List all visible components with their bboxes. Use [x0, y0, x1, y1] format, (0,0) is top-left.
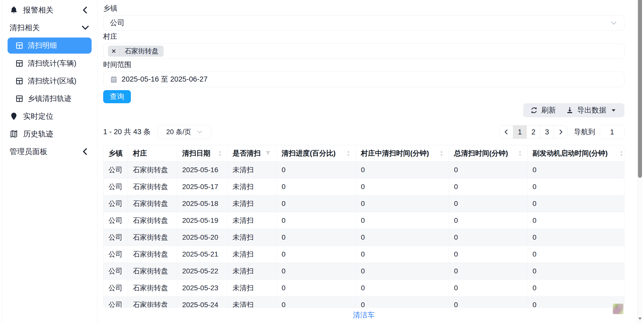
sidebar-nav: 报警相关清扫相关清扫明细清扫统计(车辆)清扫统计(区域)乡镇清扫轨迹实时定位历史… — [2, 0, 97, 323]
footer-link[interactable]: 清洁车 — [353, 310, 375, 320]
footer-logo-image — [613, 304, 623, 314]
scrollbar-down-arrow-icon[interactable] — [638, 317, 642, 320]
table-body: 公司石家街转盘2025-05-16未清扫0000公司石家街转盘2025-05-1… — [103, 162, 624, 308]
sidebar-item-label: 实时定位 — [23, 111, 53, 122]
query-button[interactable]: 查询 — [103, 90, 131, 103]
table-cell: 2025-05-23 — [177, 280, 227, 296]
page-buttons: 123 — [499, 125, 567, 139]
table-cell: 0 — [356, 212, 449, 229]
column-header-4[interactable]: 清扫进度(百分比) — [276, 145, 356, 161]
table-cell: 公司 — [103, 263, 128, 279]
column-header-7[interactable]: 副发动机启动时间(分钟) — [527, 145, 624, 161]
map-icon — [10, 130, 18, 138]
column-header-5[interactable]: 村庄中清扫时间(分钟) — [356, 145, 449, 161]
table-row: 公司石家街转盘2025-05-22未清扫0000 — [103, 263, 624, 280]
chevron-down-icon — [610, 19, 618, 27]
sort-icon — [218, 150, 222, 157]
chevron-down-icon — [81, 23, 90, 32]
sidebar-item-8[interactable]: 管理员面板 — [2, 143, 97, 160]
table-cell: 0 — [356, 297, 449, 308]
table-cell: 2025-05-20 — [177, 229, 227, 246]
pagination-bar: 1 - 20 共 43 条 20 条/页 123 导航到 1 — [103, 125, 624, 139]
table-icon — [15, 59, 24, 68]
table-cell: 0 — [449, 178, 527, 195]
table-cell: 未清扫 — [227, 178, 276, 195]
table-cell: 0 — [356, 246, 449, 263]
table-cell: 0 — [449, 162, 527, 178]
sidebar-item-1[interactable]: 清扫相关 — [2, 19, 97, 37]
column-header-label: 副发动机启动时间(分钟) — [533, 149, 608, 158]
sort-icon — [619, 150, 624, 157]
table-cell: 石家街转盘 — [128, 280, 177, 296]
sidebar-item-label: 历史轨迹 — [23, 129, 53, 139]
chevron-left-icon — [503, 129, 509, 135]
table-icon — [15, 77, 24, 85]
sidebar-item-3[interactable]: 清扫统计(车辆) — [2, 55, 97, 72]
page-button-3[interactable]: 3 — [540, 125, 554, 138]
sidebar-item-7[interactable]: 历史轨迹 — [2, 125, 97, 143]
time-range-label: 时间范围 — [103, 61, 624, 68]
sidebar-item-label: 乡镇清扫轨迹 — [28, 94, 71, 104]
sidebar-item-label: 报警相关 — [23, 5, 53, 15]
table-cell: 0 — [527, 263, 624, 279]
table-cell: 0 — [527, 212, 624, 229]
goto-page-input[interactable]: 1 — [600, 125, 624, 139]
table-cell: 2025-05-16 — [177, 162, 227, 178]
date-range-value: 2025-05-16 至 2025-06-27 — [122, 74, 208, 84]
table-row: 公司石家街转盘2025-05-20未清扫0000 — [103, 229, 624, 246]
column-header-3[interactable]: 是否清扫 — [227, 145, 276, 161]
column-header-6[interactable]: 总清扫时间(分钟) — [449, 145, 527, 161]
table-cell: 0 — [527, 229, 624, 246]
sidebar-item-label: 清扫明细 — [28, 41, 57, 51]
column-header-2[interactable]: 清扫日期 — [177, 145, 227, 161]
sort-icon — [518, 150, 522, 157]
table-cell: 0 — [527, 195, 624, 212]
table-cell: 石家街转盘 — [128, 263, 177, 279]
table-cell: 公司 — [103, 246, 128, 263]
sidebar-item-2[interactable]: 清扫明细 — [8, 38, 92, 54]
download-icon — [566, 106, 574, 114]
table-cell: 0 — [527, 246, 624, 263]
goto-page-label: 导航到 — [574, 127, 595, 137]
village-multiselect[interactable]: 石家街转盘 — [103, 43, 624, 59]
refresh-button[interactable]: 刷新 — [525, 103, 561, 117]
township-select[interactable]: 公司 — [103, 15, 624, 31]
sidebar-item-5[interactable]: 乡镇清扫轨迹 — [2, 90, 97, 107]
table-cell: 0 — [356, 178, 449, 195]
chevron-left-icon — [81, 6, 90, 14]
table-cell: 0 — [276, 280, 356, 296]
table-cell: 公司 — [103, 178, 128, 195]
date-range-input[interactable]: 2025-05-16 至 2025-06-27 — [103, 71, 624, 87]
table-cell: 0 — [276, 229, 356, 246]
page-size-select[interactable]: 20 条/页 — [158, 125, 211, 139]
table-cell: 0 — [356, 162, 449, 178]
table-cell: 0 — [527, 280, 624, 296]
table-cell: 2025-05-21 — [177, 246, 227, 263]
next-page-button[interactable] — [554, 125, 567, 138]
table-cell: 2025-05-22 — [177, 263, 227, 279]
table-cell: 0 — [356, 263, 449, 279]
sidebar-item-0[interactable]: 报警相关 — [2, 1, 97, 19]
export-data-button[interactable]: 导出数据 — [561, 103, 622, 117]
sidebar-item-6[interactable]: 实时定位 — [2, 107, 97, 125]
table-cell: 0 — [527, 297, 624, 308]
scrollbar-thumb[interactable] — [638, 0, 642, 178]
close-icon — [111, 48, 117, 54]
page-button-1[interactable]: 1 — [513, 125, 526, 138]
table-cell: 0 — [356, 195, 449, 212]
page-button-2[interactable]: 2 — [526, 125, 540, 138]
table-cell: 0 — [449, 212, 527, 229]
table-cell: 0 — [276, 178, 356, 195]
vertical-scrollbar[interactable] — [637, 0, 642, 323]
table-cell: 未清扫 — [227, 297, 276, 308]
table-cell: 0 — [449, 229, 527, 246]
previous-page-button[interactable] — [500, 125, 513, 138]
tag-remove-button[interactable] — [108, 46, 120, 57]
column-header-label: 清扫日期 — [182, 149, 210, 158]
location-pin-icon — [10, 112, 18, 121]
table-cell: 石家街转盘 — [128, 246, 177, 263]
table-cell: 公司 — [103, 162, 128, 178]
table-cell: 公司 — [103, 280, 128, 296]
sidebar-item-4[interactable]: 清扫统计(区域) — [2, 72, 97, 90]
table-cell: 石家街转盘 — [128, 212, 177, 229]
